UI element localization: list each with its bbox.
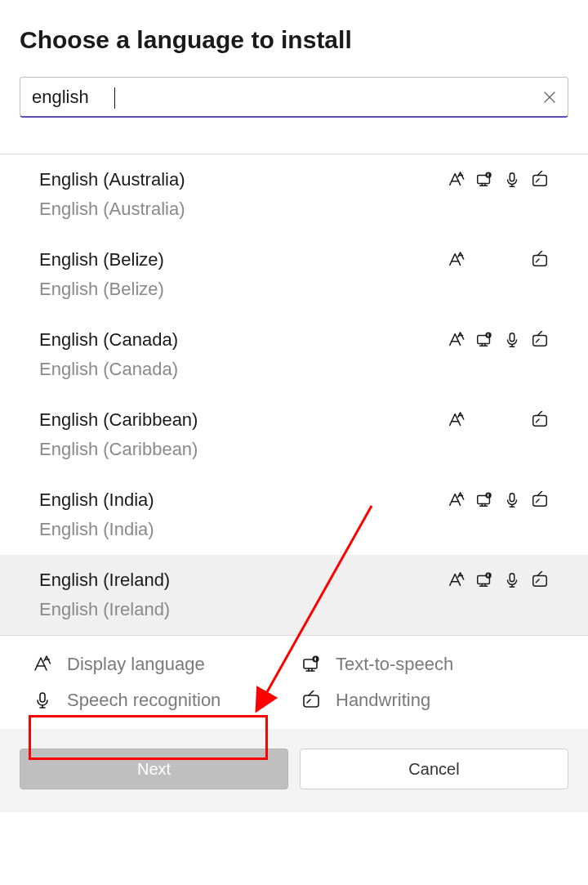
language-row-texts: English (Belize)English (Belize) xyxy=(39,249,434,300)
language-name-secondary: English (Belize) xyxy=(39,279,434,300)
legend-text-to-speech: Text-to-speech xyxy=(301,654,555,675)
legend-handwriting: Handwriting xyxy=(301,690,555,711)
speech-recognition-icon xyxy=(503,571,521,589)
language-feature-icons xyxy=(434,570,549,589)
language-row[interactable]: English (India)English (India) xyxy=(0,475,588,555)
language-row-texts: English (Canada)English (Canada) xyxy=(39,329,434,380)
language-name-secondary: English (Canada) xyxy=(39,359,434,380)
text-to-speech-icon xyxy=(475,171,493,189)
svg-rect-27 xyxy=(304,695,318,707)
language-name-primary: English (Canada) xyxy=(39,329,434,351)
speech-recognition-icon xyxy=(33,691,52,710)
language-row[interactable]: English (Ireland)English (Ireland) xyxy=(0,555,588,635)
language-row-texts: English (Ireland)English (Ireland) xyxy=(39,570,434,620)
svg-rect-19 xyxy=(533,496,547,507)
legend-label: Handwriting xyxy=(336,690,430,711)
language-row-texts: English (Caribbean)English (Caribbean) xyxy=(39,409,434,460)
language-list: English (Australia)English (Australia)En… xyxy=(0,154,588,635)
handwriting-icon xyxy=(531,171,549,189)
handwriting-icon xyxy=(531,331,549,349)
handwriting-icon xyxy=(531,411,549,429)
language-feature-icons xyxy=(434,329,549,349)
display-language-icon xyxy=(448,171,466,189)
svg-rect-11 xyxy=(533,336,547,346)
search-input[interactable] xyxy=(30,86,528,109)
svg-rect-15 xyxy=(533,416,547,427)
display-language-icon xyxy=(448,571,466,589)
language-row-texts: English (India)English (India) xyxy=(39,489,434,540)
display-language-icon xyxy=(448,251,466,269)
language-row[interactable]: English (Canada)English (Canada) xyxy=(0,315,588,395)
cancel-button[interactable]: Cancel xyxy=(300,749,568,789)
language-row[interactable]: English (Australia)English (Australia) xyxy=(0,154,588,235)
language-feature-icons xyxy=(434,169,549,189)
language-name-primary: English (Australia) xyxy=(39,169,434,190)
speech-recognition-icon xyxy=(503,331,521,349)
speech-recognition-icon xyxy=(503,171,521,189)
language-name-primary: English (Ireland) xyxy=(39,570,434,591)
svg-rect-18 xyxy=(510,494,514,502)
language-row[interactable]: English (Caribbean)English (Caribbean) xyxy=(0,395,588,475)
text-to-speech-icon xyxy=(475,491,493,509)
legend-speech-recognition: Speech recognition xyxy=(33,690,287,711)
search-field-container[interactable] xyxy=(20,77,568,118)
text-to-speech-icon xyxy=(475,331,493,349)
legend-display-language: Display language xyxy=(33,654,287,675)
language-name-primary: English (Caribbean) xyxy=(39,409,434,431)
text-caret xyxy=(114,87,115,109)
language-row-texts: English (Australia)English (Australia) xyxy=(39,169,434,220)
text-to-speech-icon xyxy=(475,571,493,589)
language-feature-icons xyxy=(434,249,549,269)
language-feature-icons xyxy=(434,409,549,429)
language-name-secondary: English (Australia) xyxy=(39,199,434,220)
text-to-speech-icon xyxy=(301,655,321,674)
display-language-icon xyxy=(448,331,466,349)
feature-legend: Display language Text-to-speech Speech r… xyxy=(0,635,588,729)
handwriting-icon xyxy=(531,491,549,509)
svg-rect-23 xyxy=(533,576,547,587)
language-name-primary: English (India) xyxy=(39,489,434,511)
language-row[interactable]: English (Belize)English (Belize) xyxy=(0,235,588,315)
svg-rect-10 xyxy=(510,333,514,342)
clear-search-button[interactable] xyxy=(543,91,556,104)
handwriting-icon xyxy=(531,251,549,269)
dialog-title: Choose a language to install xyxy=(20,26,568,54)
speech-recognition-icon xyxy=(503,491,521,509)
svg-rect-7 xyxy=(533,256,547,266)
svg-rect-26 xyxy=(40,693,45,702)
svg-rect-3 xyxy=(533,176,547,186)
svg-rect-2 xyxy=(510,173,514,181)
display-language-icon xyxy=(448,411,466,429)
legend-label: Display language xyxy=(67,654,205,675)
language-name-secondary: English (Caribbean) xyxy=(39,439,434,460)
display-language-icon xyxy=(448,491,466,509)
dialog-header: Choose a language to install xyxy=(0,0,588,137)
legend-label: Speech recognition xyxy=(67,690,220,711)
display-language-icon xyxy=(33,655,52,674)
next-button[interactable]: Next xyxy=(20,749,288,789)
close-icon xyxy=(543,91,556,104)
language-name-secondary: English (India) xyxy=(39,519,434,540)
language-name-primary: English (Belize) xyxy=(39,249,434,270)
handwriting-icon xyxy=(531,571,549,589)
handwriting-icon xyxy=(301,691,321,710)
legend-label: Text-to-speech xyxy=(336,654,453,675)
language-feature-icons xyxy=(434,489,549,509)
svg-rect-22 xyxy=(510,574,514,582)
dialog-footer: Next Cancel xyxy=(0,729,588,812)
language-name-secondary: English (Ireland) xyxy=(39,599,434,620)
